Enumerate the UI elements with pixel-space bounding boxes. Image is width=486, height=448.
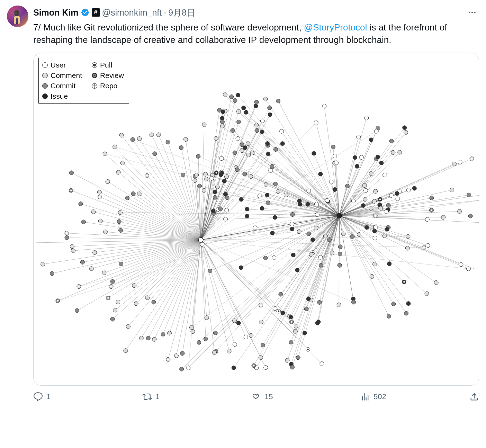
svg-point-403 <box>41 262 45 266</box>
svg-line-63 <box>123 163 201 240</box>
svg-point-630 <box>425 217 429 221</box>
svg-point-533 <box>333 154 337 158</box>
svg-point-597 <box>204 172 208 176</box>
svg-point-689 <box>197 340 201 344</box>
more-button[interactable] <box>465 6 479 19</box>
svg-point-554 <box>208 269 212 273</box>
tweet-body: Simon Kim # @simonkim_nft · 9月8日 7/ Much… <box>33 6 479 405</box>
svg-point-369 <box>337 213 342 218</box>
reply-button[interactable]: 1 <box>33 392 68 402</box>
svg-point-458 <box>230 95 234 99</box>
svg-point-582 <box>466 267 470 271</box>
svg-line-44 <box>120 230 201 240</box>
svg-point-609 <box>297 230 301 234</box>
svg-point-664 <box>211 209 215 213</box>
svg-point-389 <box>107 297 109 299</box>
svg-point-618 <box>312 151 316 155</box>
svg-line-11 <box>154 240 201 339</box>
svg-point-687 <box>204 337 208 341</box>
svg-point-513 <box>425 292 429 296</box>
svg-point-439 <box>150 133 154 137</box>
tweet-date[interactable]: 9月8日 <box>168 7 195 18</box>
svg-point-438 <box>153 152 157 156</box>
svg-point-666 <box>198 184 202 188</box>
svg-line-346 <box>182 216 339 369</box>
svg-point-443 <box>179 145 183 150</box>
svg-point-572 <box>379 161 384 165</box>
display-name[interactable]: Simon Kim <box>33 7 79 18</box>
svg-line-91 <box>201 153 235 240</box>
hash-badge-icon: # <box>92 8 100 17</box>
svg-point-4 <box>469 12 470 13</box>
svg-line-343 <box>193 240 201 332</box>
svg-point-1 <box>14 10 19 16</box>
media-card[interactable]: User Pull Comment Review Commit Repo Iss… <box>33 53 479 386</box>
svg-point-495 <box>333 187 337 191</box>
svg-point-469 <box>254 123 259 127</box>
svg-point-497 <box>431 209 432 211</box>
svg-point-583 <box>363 197 367 201</box>
svg-point-549 <box>361 203 366 207</box>
svg-point-432 <box>113 145 117 149</box>
svg-point-486 <box>264 182 268 187</box>
svg-point-568 <box>357 232 361 236</box>
tweet-header: Simon Kim # @simonkim_nft · 9月8日 <box>33 6 479 19</box>
svg-point-652 <box>334 161 339 165</box>
share-button[interactable] <box>469 392 479 402</box>
svg-line-149 <box>339 216 427 294</box>
svg-line-40 <box>36 240 201 243</box>
svg-line-347 <box>201 240 305 333</box>
svg-point-651 <box>295 268 299 272</box>
svg-point-704 <box>233 342 237 346</box>
svg-line-53 <box>100 197 201 240</box>
svg-point-680 <box>222 179 226 183</box>
svg-point-626 <box>245 214 249 218</box>
svg-point-688 <box>236 321 241 325</box>
media-image: User Pull Comment Review Commit Repo Iss… <box>34 53 479 385</box>
svg-point-699 <box>303 331 307 335</box>
svg-point-571 <box>369 171 373 176</box>
svg-point-530 <box>355 164 359 168</box>
svg-point-494 <box>291 321 292 323</box>
svg-line-41 <box>67 238 201 240</box>
svg-line-305 <box>201 240 354 302</box>
svg-line-333 <box>291 216 339 342</box>
svg-point-534 <box>325 198 329 203</box>
svg-point-628 <box>273 182 277 186</box>
svg-point-427 <box>131 191 135 196</box>
like-button[interactable]: 15 <box>251 392 286 402</box>
mention-link[interactable]: @StoryProtocol <box>304 22 367 33</box>
svg-point-715 <box>285 358 289 362</box>
svg-point-466 <box>268 113 272 117</box>
svg-line-60 <box>118 172 201 240</box>
svg-point-564 <box>459 262 463 267</box>
svg-line-247 <box>241 199 339 216</box>
svg-point-470 <box>220 124 224 128</box>
svg-point-428 <box>137 191 141 196</box>
retweet-button[interactable]: 1 <box>142 392 177 402</box>
avatar[interactable] <box>7 6 28 27</box>
svg-point-685 <box>289 340 293 344</box>
svg-point-436 <box>130 137 135 142</box>
svg-point-448 <box>204 177 208 181</box>
views-count: 502 <box>374 392 386 401</box>
svg-line-120 <box>278 101 339 215</box>
svg-point-423 <box>69 171 73 175</box>
svg-line-363 <box>287 216 339 360</box>
handle[interactable]: @simonkim_nft <box>102 7 162 18</box>
svg-point-405 <box>71 249 75 253</box>
svg-point-395 <box>57 300 59 302</box>
svg-point-558 <box>276 189 280 194</box>
svg-line-31 <box>104 240 201 273</box>
svg-line-97 <box>201 143 268 240</box>
svg-point-565 <box>392 302 396 306</box>
svg-point-603 <box>239 197 243 201</box>
svg-point-670 <box>224 174 228 179</box>
svg-point-529 <box>311 238 315 242</box>
svg-point-713 <box>186 366 190 370</box>
svg-point-471 <box>236 93 240 97</box>
svg-point-0 <box>7 6 28 27</box>
svg-point-718 <box>290 365 294 369</box>
views-button[interactable]: 502 <box>360 392 395 402</box>
svg-point-600 <box>298 202 302 206</box>
